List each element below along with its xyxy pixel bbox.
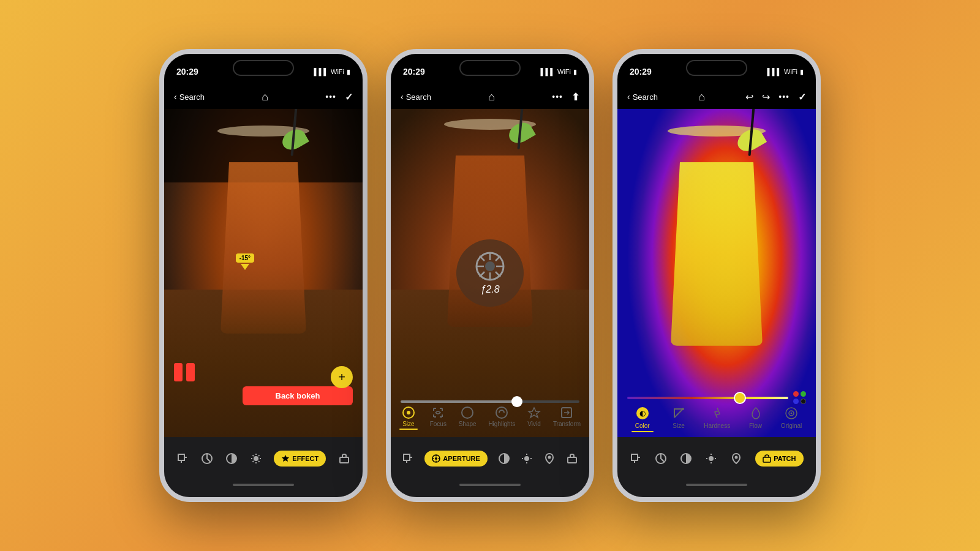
blue-dot-3[interactable]: [793, 399, 799, 404]
slider-thumb-left-1[interactable]: [174, 363, 183, 381]
phone-2: 20:29 ▌▌▌ WiFi ▮ ‹ Search ⌂ ••• ⬆: [386, 49, 594, 502]
home-icon-2[interactable]: ⌂: [488, 91, 495, 103]
crop-icon-3: [630, 452, 642, 465]
pin-tool-2[interactable]: [543, 452, 556, 465]
sub-tab-size-label-2: Size: [402, 421, 414, 427]
home-indicator-1: [233, 484, 294, 486]
adjust-icon-3: [655, 452, 667, 465]
light-tool-1[interactable]: [250, 452, 262, 465]
patch-original-tool-3[interactable]: Original: [781, 406, 802, 432]
svg-point-41: [524, 456, 529, 461]
sub-tab-focus-2[interactable]: Focus: [430, 406, 447, 430]
contrast-tool-3[interactable]: [680, 452, 692, 465]
svg-rect-0: [178, 454, 184, 460]
sub-tab-vivid-2[interactable]: Vivid: [527, 406, 541, 430]
signal-icon: ▌▌▌: [314, 68, 328, 75]
aperture-slider-thumb-2[interactable]: [511, 396, 522, 407]
contrast-icon-1: [225, 452, 238, 465]
nav-back-1[interactable]: ‹ Search: [174, 92, 205, 102]
nav-bar-2: ‹ Search ⌂ ••• ⬆: [391, 84, 589, 109]
aperture-icon-active-2: [432, 454, 440, 463]
effect-label-1: EFFECT: [292, 455, 318, 462]
more-icon-1[interactable]: •••: [325, 92, 336, 102]
patch-hardness-tool-3[interactable]: Hardness: [704, 406, 730, 432]
sub-tab-transform-2[interactable]: Transform: [553, 406, 581, 430]
crop-tool-2[interactable]: [402, 452, 414, 465]
patch-tool-active-3[interactable]: PATCH: [755, 451, 803, 467]
pin-tool-3[interactable]: [730, 452, 742, 465]
glass-container-1: [214, 126, 312, 334]
shape-icon-2: [461, 406, 474, 419]
aperture-slider-track-2[interactable]: [401, 400, 579, 403]
slider-thumb-right-1[interactable]: [186, 363, 195, 381]
check-icon-1[interactable]: ✓: [345, 91, 353, 103]
home-icon-3[interactable]: ⌂: [698, 91, 705, 103]
main-content-2: ƒ2.8 Size: [391, 109, 589, 437]
undo-icon-3[interactable]: ↩: [745, 91, 753, 103]
signal-icon-2: ▌▌▌: [541, 68, 555, 75]
svg-point-27: [407, 411, 410, 414]
thermal-glass-3: [665, 126, 769, 346]
color-slider-track-3[interactable]: [627, 397, 788, 399]
time-1: 20:29: [176, 67, 198, 77]
wifi-icon-3: WiFi: [784, 68, 797, 75]
black-dot-3[interactable]: [801, 399, 806, 404]
pin-container-1: -15°: [236, 253, 254, 270]
adjust-tool-1[interactable]: [201, 452, 213, 465]
toolbar-2: APERTURE: [391, 437, 589, 480]
fab-btn-1[interactable]: +: [331, 366, 353, 388]
patch-flow-tool-3[interactable]: Flow: [748, 406, 763, 432]
sub-tab-size-2[interactable]: Size: [399, 406, 418, 430]
svg-line-25: [480, 272, 484, 277]
more-icon-2[interactable]: •••: [552, 92, 563, 102]
light-tool-3[interactable]: [705, 452, 717, 465]
sub-tab-highlights-2[interactable]: Highlights: [488, 406, 515, 430]
aperture-slider-container-2: [401, 400, 579, 403]
red-dot-3[interactable]: [793, 391, 799, 397]
patch-tool-2[interactable]: [566, 452, 578, 465]
effect-icon-1: [281, 454, 290, 463]
check-icon-3[interactable]: ✓: [798, 91, 806, 103]
nav-actions-1: ••• ✓: [325, 91, 353, 103]
share-icon-2[interactable]: ⬆: [571, 91, 579, 103]
patch-icon-2: [566, 452, 578, 465]
adjust-tool-3[interactable]: [655, 452, 667, 465]
green-dot-3[interactable]: [801, 391, 806, 397]
adjust-icon-1: [201, 452, 213, 465]
contrast-tool-2[interactable]: [498, 452, 510, 465]
redo-icon-3[interactable]: ↪: [762, 91, 770, 103]
phone-1: 20:29 ▌▌▌ WiFi ▮ ‹ Search ⌂ ••• ✓: [159, 49, 368, 502]
color-slider-thumb-3[interactable]: [734, 392, 746, 404]
wifi-icon-2: WiFi: [557, 68, 571, 75]
home-indicator-3: [686, 484, 747, 486]
patch-icon-1: [338, 452, 350, 465]
nav-back-label-2: Search: [406, 92, 431, 102]
svg-point-50: [682, 408, 684, 410]
size-tool-icon-3: [671, 406, 686, 421]
sub-tab-shape-2[interactable]: Shape: [459, 406, 477, 430]
patch-active-icon-3: [763, 454, 771, 463]
aperture-tool-active-2[interactable]: APERTURE: [424, 451, 488, 467]
cocktail-image-1: -15° Back bokeh +: [164, 109, 363, 437]
more-icon-3[interactable]: •••: [778, 92, 790, 102]
contrast-tool-1[interactable]: [225, 452, 238, 465]
patch-color-tool-3[interactable]: ◐ Color: [631, 406, 654, 432]
crop-tool-3[interactable]: [630, 452, 642, 465]
nav-back-2[interactable]: ‹ Search: [401, 92, 431, 102]
patch-size-tool-3[interactable]: Size: [671, 406, 686, 432]
light-tool-2[interactable]: [521, 452, 533, 465]
nav-back-3[interactable]: ‹ Search: [627, 92, 658, 102]
home-icon-1[interactable]: ⌂: [262, 91, 268, 103]
svg-point-59: [709, 456, 714, 461]
svg-line-13: [252, 461, 254, 462]
pin-value-1: -15°: [236, 253, 254, 263]
nav-left-tools-3: ⌂: [698, 91, 705, 103]
time-2: 20:29: [403, 67, 425, 77]
back-bokeh-btn-1[interactable]: Back bokeh: [243, 386, 353, 405]
crop-tool-1[interactable]: [176, 452, 189, 465]
effect-tool-active-1[interactable]: EFFECT: [274, 451, 326, 467]
home-indicator-2: [459, 484, 521, 486]
svg-point-17: [485, 261, 495, 271]
nav-left-tools-2: ⌂: [488, 91, 495, 103]
patch-tool-1[interactable]: [338, 452, 350, 465]
